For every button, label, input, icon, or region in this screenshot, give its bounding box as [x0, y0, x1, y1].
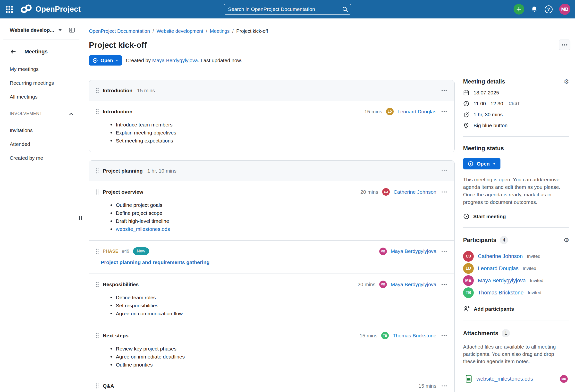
openproject-logo[interactable]: OpenProject [20, 4, 81, 14]
user-avatar[interactable]: MB [559, 4, 570, 15]
sidebar-item-attended[interactable]: Attended [10, 141, 83, 147]
avatar[interactable]: LD [386, 108, 394, 115]
gear-icon[interactable]: ⚙ [564, 78, 569, 85]
notifications-bell-icon[interactable] [530, 5, 538, 13]
agenda-bullet: Explain meeting objectives [110, 129, 448, 137]
status-open-icon [92, 58, 98, 63]
meeting-status-dropdown-button[interactable]: Open [463, 158, 501, 169]
ellipsis-icon [441, 283, 447, 285]
breadcrumb: OpenProject Documentation / Website deve… [89, 28, 455, 34]
participant-row: CJ Catherine Johnson Invited [463, 251, 569, 262]
sidebar-item-invitations[interactable]: Invitations [10, 127, 83, 134]
byline-row: Open Created by Maya Berdygylyjova. Last… [89, 55, 455, 66]
gear-icon[interactable]: ⚙ [564, 237, 569, 243]
quick-add-button[interactable] [514, 4, 524, 15]
item-notes: Outline project goals Define project sco… [110, 201, 448, 233]
status-button-label: Open [477, 161, 490, 167]
drag-handle-icon[interactable] [96, 189, 99, 195]
attachments-heading: Attachments [463, 330, 498, 337]
add-participants-button[interactable]: Add participants [463, 305, 514, 312]
participant-link[interactable]: Maya Berdygylyjova [478, 277, 526, 284]
participant-link[interactable]: Leonard Douglas [478, 265, 519, 272]
avatar[interactable]: MB [379, 281, 387, 288]
start-meeting-button[interactable]: Start meeting [463, 213, 506, 220]
chevron-down-icon [115, 59, 119, 62]
work-package-id: #49 [122, 249, 129, 254]
avatar[interactable]: MB [379, 248, 387, 255]
app-grid-icon[interactable] [6, 6, 13, 13]
sidebar-item-recurring-meetings[interactable]: Recurring meetings [10, 80, 83, 86]
sidebar-item-my-meetings[interactable]: My meetings [10, 66, 83, 72]
drag-handle-icon[interactable] [96, 383, 99, 389]
participant-status: Invited [523, 266, 536, 271]
presenter-link[interactable]: Maya Berdygylyjova [391, 248, 436, 254]
presenter-link[interactable]: Thomas Brickstone [393, 333, 436, 339]
section-more-button[interactable] [440, 168, 448, 173]
item-more-button[interactable] [440, 384, 448, 388]
ellipsis-icon [441, 385, 447, 387]
agenda-item-resposibilities: Resposibilities 20 mins MB Maya Berdygyl… [89, 274, 454, 325]
involvement-label: INVOLVEMENT [10, 111, 42, 116]
attachment-file-link[interactable]: website_milestones.ods [477, 376, 533, 382]
meeting-sidebar-panel: Meeting details ⚙ 18.07.2025 11:00 - 12:… [463, 28, 569, 392]
avatar[interactable]: TB [381, 332, 389, 339]
help-icon[interactable]: ? [544, 5, 553, 14]
avatar: CJ [463, 251, 474, 262]
presenter-link[interactable]: Maya Berdygylyjova [391, 281, 436, 287]
attachments-description: Attached files are available to all meet… [463, 343, 568, 365]
section-title: Project planning [103, 168, 143, 174]
agenda-item-introduction: Introduction 15 mins LD Leonard Douglas [89, 101, 454, 152]
item-duration: 15 mins [364, 109, 383, 115]
drag-handle-icon[interactable] [96, 248, 99, 254]
drag-handle-icon[interactable] [96, 109, 99, 115]
sidebar-item-all-meetings[interactable]: All meetings [10, 94, 83, 100]
drag-handle-icon[interactable] [96, 333, 99, 339]
collapse-sidebar-icon[interactable] [68, 27, 75, 33]
chevron-up-icon [69, 112, 74, 116]
breadcrumb-link-documentation[interactable]: OpenProject Documentation [89, 28, 150, 34]
item-more-button[interactable] [440, 249, 448, 254]
item-more-button[interactable] [440, 109, 448, 114]
breadcrumb-link-meetings[interactable]: Meetings [210, 28, 229, 34]
breadcrumb-link-project[interactable]: Website development [157, 28, 203, 34]
item-more-button[interactable] [440, 282, 448, 287]
file-link[interactable]: website_milestones.ods [116, 226, 170, 232]
drag-handle-icon[interactable] [96, 281, 99, 287]
back-arrow-icon[interactable] [10, 48, 17, 55]
status-pill-label: Open [100, 58, 113, 63]
project-selector[interactable]: Website develop... [0, 19, 83, 33]
global-search [224, 4, 351, 15]
involvement-section-toggle[interactable]: INVOLVEMENT [0, 100, 83, 116]
agenda-bullet: Outline priorities [110, 361, 448, 369]
sidebar-item-created-by-me[interactable]: Created by me [10, 155, 83, 161]
section-more-button[interactable] [440, 88, 448, 93]
page-more-menu-button[interactable] [559, 40, 570, 50]
item-name: Introduction [103, 109, 132, 115]
work-package-type: PHASE [103, 249, 119, 254]
meeting-status-pill[interactable]: Open [89, 55, 122, 66]
avatar[interactable]: CJ [382, 188, 390, 196]
search-icon[interactable] [342, 6, 348, 13]
work-package-link[interactable]: Project planning and requirements gather… [101, 259, 210, 265]
sidebar-resize-handle[interactable] [79, 216, 82, 220]
meeting-content-column: OpenProject Documentation / Website deve… [89, 28, 455, 392]
agenda-bullet: Draft high-level timeline [110, 217, 448, 225]
openproject-logo-icon [20, 4, 32, 14]
search-input[interactable] [224, 4, 351, 15]
presenter-link[interactable]: Catherine Johnson [394, 189, 436, 195]
item-more-button[interactable] [440, 333, 448, 338]
participant-link[interactable]: Thomas Brickstone [478, 290, 524, 296]
item-duration: 15 mins [418, 383, 436, 389]
presenter-link[interactable]: Leonard Douglas [398, 109, 436, 115]
attachments-count-badge: 1 [502, 329, 510, 337]
author-link[interactable]: Maya Berdygylyjova [152, 58, 198, 63]
meeting-date: 18.07.2025 [474, 90, 499, 96]
item-duration: 15 mins [359, 333, 378, 339]
participant-status: Invited [530, 278, 543, 283]
drag-handle-icon[interactable] [96, 168, 99, 174]
meeting-location-row: Big blue button [463, 122, 569, 129]
participant-link[interactable]: Catherine Johnson [478, 253, 523, 259]
drag-handle-icon[interactable] [96, 88, 99, 93]
agenda-bullet: Agree on immediate deadlines [110, 353, 448, 361]
item-more-button[interactable] [440, 189, 448, 194]
